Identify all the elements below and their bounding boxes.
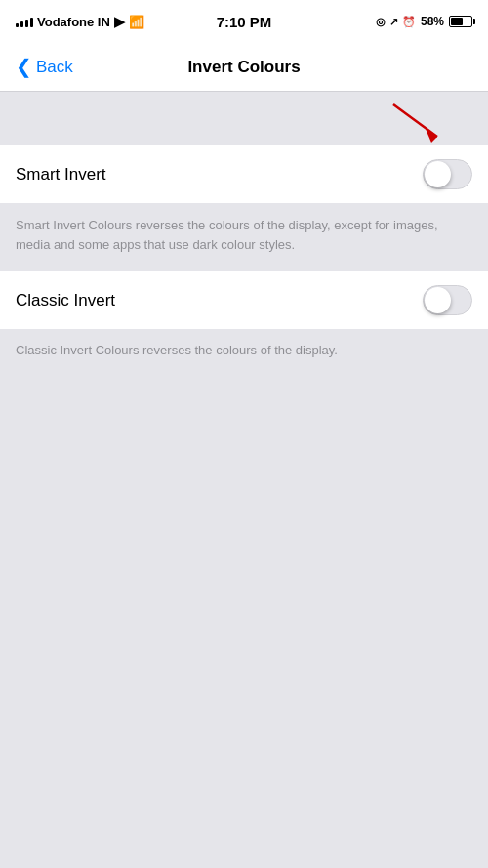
classic-invert-toggle[interactable] (423, 285, 472, 315)
wifi-icon: ▶ (114, 14, 125, 29)
classic-invert-toggle-knob (425, 287, 451, 313)
status-time: 7:10 PM (217, 14, 272, 30)
signal-icon (16, 16, 33, 27)
smart-invert-toggle[interactable] (423, 159, 472, 189)
status-right: ◎ ↗ ⏰ 58% (376, 15, 472, 28)
smart-invert-label: Smart Invert (16, 165, 106, 185)
red-arrow-annotation (388, 100, 447, 148)
carrier-label: Vodafone IN (37, 15, 110, 29)
battery-percent: 58% (421, 15, 444, 28)
smart-invert-row: Smart Invert (0, 145, 488, 204)
classic-invert-label: Classic Invert (16, 291, 115, 310)
status-icons: ◎ ↗ ⏰ (376, 16, 416, 28)
smart-invert-description: Smart Invert Colours reverses the colour… (0, 204, 488, 271)
back-button[interactable]: ❮ Back (16, 58, 73, 77)
alarm-icon: ⏰ (402, 16, 416, 28)
status-bar: Vodafone IN ▶ 📶 7:10 PM ◎ ↗ ⏰ 58% (0, 0, 488, 43)
back-label: Back (36, 58, 73, 77)
target-icon: ◎ (376, 16, 386, 28)
annotation-area (0, 92, 488, 145)
location-icon: ↗ (389, 16, 398, 28)
back-chevron-icon: ❮ (16, 57, 32, 76)
classic-invert-row: Classic Invert (0, 271, 488, 329)
status-left: Vodafone IN ▶ 📶 (16, 14, 144, 29)
smart-invert-toggle-knob (425, 161, 451, 187)
classic-invert-section: Classic Invert (0, 271, 488, 329)
bottom-spacer (0, 378, 488, 768)
page-title: Invert Colours (187, 58, 300, 77)
navigation-bar: ❮ Back Invert Colours (0, 43, 488, 92)
classic-invert-description: Classic Invert Colours reverses the colo… (0, 329, 488, 378)
battery-icon (449, 16, 472, 27)
smart-invert-section: Smart Invert (0, 145, 488, 204)
svg-line-0 (393, 104, 437, 137)
